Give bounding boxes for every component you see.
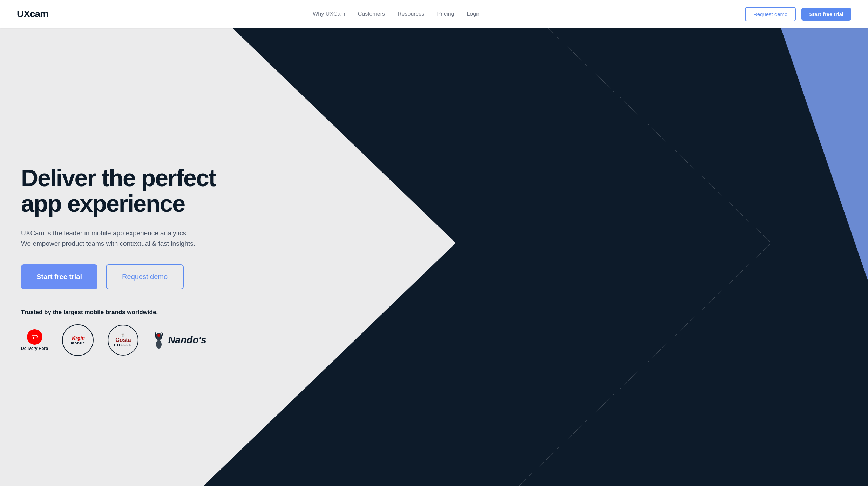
nav-resources[interactable]: Resources — [398, 11, 424, 17]
hero-request-demo-button[interactable]: Request demo — [106, 264, 184, 289]
costa-coffee-logo: ☕ Costa COFFEE — [108, 325, 138, 356]
mobile-text: mobile — [71, 341, 85, 345]
virgin-mobile-logo: Virgin mobile — [62, 324, 94, 356]
virgin-mobile-circle: Virgin mobile — [62, 324, 94, 356]
hero-cta-buttons: Start free trial Request demo — [21, 264, 217, 289]
nav-links: Why UXCam Customers Resources Pricing Lo… — [313, 11, 480, 17]
nav-pricing[interactable]: Pricing — [437, 11, 454, 17]
hero-subtitle: UXCam is the leader in mobile app experi… — [21, 228, 196, 249]
svg-point-3 — [156, 340, 162, 349]
nav-login[interactable]: Login — [467, 11, 480, 17]
nandos-text: Nando's — [168, 335, 206, 346]
navbar: UXcam Why UXCam Customers Resources Pric… — [0, 0, 868, 28]
trusted-by-text: Trusted by the largest mobile brands wor… — [21, 309, 217, 316]
nav-start-trial-button[interactable]: Start free trial — [801, 8, 851, 21]
costa-coffee-text: COFFEE — [114, 343, 133, 347]
nav-customers[interactable]: Customers — [358, 11, 385, 17]
costa-top-text: ☕ — [121, 333, 126, 337]
svg-point-5 — [157, 334, 160, 337]
delivery-hero-logo: Delivery Hero — [21, 329, 48, 351]
nandos-logo: Nando's — [152, 331, 206, 349]
nav-request-demo-button[interactable]: Request demo — [745, 7, 796, 21]
hero-start-trial-button[interactable]: Start free trial — [21, 264, 97, 289]
delivery-hero-icon — [27, 329, 42, 345]
svg-marker-2 — [771, 0, 868, 281]
svg-marker-1 — [519, 0, 868, 486]
nandos-icon — [152, 331, 165, 349]
costa-text: Costa — [115, 337, 131, 343]
virgin-text: Virgin — [71, 335, 85, 341]
costa-coffee-circle: ☕ Costa COFFEE — [108, 325, 138, 356]
delivery-hero-name: Delivery Hero — [21, 346, 48, 351]
svg-marker-0 — [203, 0, 771, 486]
hero-section: Deliver the perfect app experience UXCam… — [0, 0, 868, 486]
logo[interactable]: UXcam — [17, 8, 48, 20]
nav-actions: Request demo Start free trial — [745, 7, 851, 21]
hero-headline: Deliver the perfect app experience — [21, 165, 217, 217]
logo-text: UXcam — [17, 8, 48, 20]
nav-why-uxcam[interactable]: Why UXCam — [313, 11, 345, 17]
hero-content: Deliver the perfect app experience UXCam… — [0, 137, 238, 377]
brand-logos: Delivery Hero Virgin mobile ☕ Costa COFF… — [21, 324, 217, 356]
